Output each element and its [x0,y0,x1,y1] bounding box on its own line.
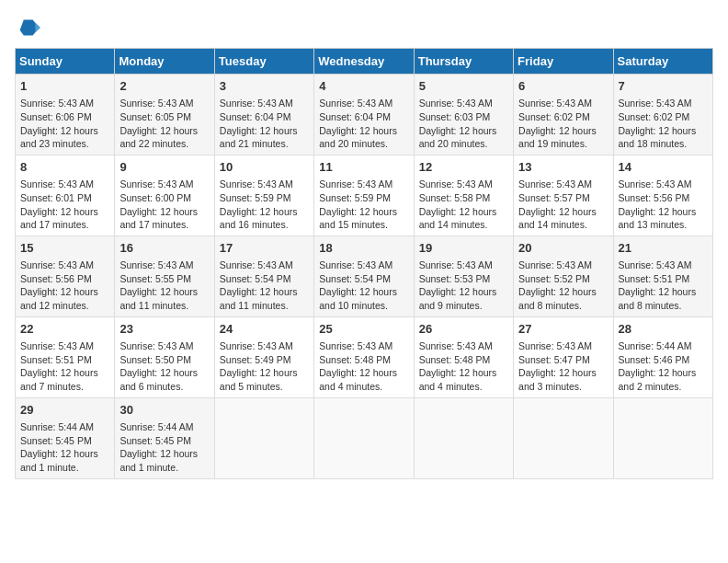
daylight: Daylight: 12 hours and 20 minutes. [319,125,397,150]
calendar-cell: 27Sunrise: 5:43 AMSunset: 5:47 PMDayligh… [514,316,613,397]
day-number: 3 [220,78,309,95]
sunrise: Sunrise: 5:43 AM [619,178,692,190]
day-number: 16 [119,240,209,257]
daylight: Daylight: 12 hours and 3 minutes. [518,367,597,392]
day-number: 7 [619,78,708,95]
sunset: Sunset: 5:59 PM [220,192,291,203]
sunset: Sunset: 5:48 PM [419,354,491,365]
calendar-cell: 2Sunrise: 5:43 AMSunset: 6:05 PMDaylight… [115,75,214,155]
daylight: Daylight: 12 hours and 1 minute. [119,448,198,473]
calendar-cell: 21Sunrise: 5:43 AMSunset: 5:51 PMDayligh… [613,236,712,316]
calendar-cell: 5Sunrise: 5:43 AMSunset: 6:03 PMDaylight… [414,75,513,155]
sunset: Sunset: 5:50 PM [119,354,191,365]
page-header [15,15,713,40]
sunrise: Sunrise: 5:43 AM [518,340,592,351]
sunset: Sunset: 5:51 PM [20,354,92,365]
day-number: 9 [119,159,209,176]
calendar-cell: 30Sunrise: 5:44 AMSunset: 5:45 PMDayligh… [115,397,214,478]
day-number: 13 [518,159,608,176]
day-number: 8 [20,159,109,176]
sunset: Sunset: 5:56 PM [619,192,690,203]
daylight: Daylight: 12 hours and 4 minutes. [419,367,497,392]
sunset: Sunset: 6:02 PM [518,111,590,122]
sunrise: Sunrise: 5:43 AM [419,178,493,190]
calendar-cell: 7Sunrise: 5:43 AMSunset: 6:02 PMDaylight… [613,75,712,155]
sunrise: Sunrise: 5:43 AM [220,178,293,190]
sunrise: Sunrise: 5:43 AM [319,259,392,270]
sunrise: Sunrise: 5:43 AM [119,259,193,270]
sunset: Sunset: 6:01 PM [20,192,92,203]
sunset: Sunset: 5:54 PM [220,273,291,284]
daylight: Daylight: 12 hours and 16 minutes. [220,206,298,231]
daylight: Daylight: 12 hours and 7 minutes. [20,367,98,392]
sunrise: Sunrise: 5:43 AM [419,340,493,351]
calendar-cell: 26Sunrise: 5:43 AMSunset: 5:48 PMDayligh… [414,316,513,397]
sunrise: Sunrise: 5:43 AM [619,98,692,109]
weekday-header-tuesday: Tuesday [214,49,313,75]
calendar-week-row: 22Sunrise: 5:43 AMSunset: 5:51 PMDayligh… [16,316,713,397]
day-number: 5 [419,78,508,95]
day-number: 19 [419,240,508,257]
weekday-header-monday: Monday [115,49,214,75]
calendar-cell [414,397,513,478]
sunset: Sunset: 5:48 PM [319,354,391,365]
sunset: Sunset: 5:58 PM [419,192,491,203]
calendar-cell: 23Sunrise: 5:43 AMSunset: 5:50 PMDayligh… [115,316,214,397]
calendar-cell: 18Sunrise: 5:43 AMSunset: 5:54 PMDayligh… [314,236,414,316]
sunrise: Sunrise: 5:43 AM [20,178,94,190]
calendar-cell: 14Sunrise: 5:43 AMSunset: 5:56 PMDayligh… [613,155,712,236]
daylight: Daylight: 12 hours and 11 minutes. [119,286,198,311]
sunset: Sunset: 5:56 PM [20,273,92,284]
sunrise: Sunrise: 5:43 AM [319,98,392,109]
sunset: Sunset: 5:57 PM [518,192,590,203]
calendar-cell: 25Sunrise: 5:43 AMSunset: 5:48 PMDayligh… [314,316,414,397]
day-number: 23 [119,321,209,338]
sunset: Sunset: 6:05 PM [119,111,191,122]
sunrise: Sunrise: 5:43 AM [518,98,592,109]
day-number: 29 [20,402,109,419]
sunrise: Sunrise: 5:43 AM [220,98,293,109]
logo-icon [15,15,40,40]
day-number: 11 [319,159,408,176]
calendar-cell [613,397,712,478]
calendar-week-row: 15Sunrise: 5:43 AMSunset: 5:56 PMDayligh… [16,236,713,316]
sunset: Sunset: 6:06 PM [20,111,92,122]
sunset: Sunset: 5:59 PM [319,192,391,203]
sunrise: Sunrise: 5:43 AM [119,340,193,351]
sunset: Sunset: 6:04 PM [220,111,291,122]
day-number: 17 [220,240,309,257]
calendar-cell: 8Sunrise: 5:43 AMSunset: 6:01 PMDaylight… [16,155,115,236]
day-number: 25 [319,321,408,338]
sunrise: Sunrise: 5:43 AM [619,259,692,270]
logo [15,15,44,40]
sunset: Sunset: 5:55 PM [119,273,191,284]
calendar-cell: 10Sunrise: 5:43 AMSunset: 5:59 PMDayligh… [214,155,313,236]
calendar-week-row: 1Sunrise: 5:43 AMSunset: 6:06 PMDaylight… [16,75,713,155]
calendar-cell: 3Sunrise: 5:43 AMSunset: 6:04 PMDaylight… [214,75,313,155]
calendar-cell: 12Sunrise: 5:43 AMSunset: 5:58 PMDayligh… [414,155,513,236]
daylight: Daylight: 12 hours and 10 minutes. [319,286,397,311]
daylight: Daylight: 12 hours and 14 minutes. [419,206,497,231]
sunset: Sunset: 5:45 PM [119,435,191,446]
sunset: Sunset: 6:00 PM [119,192,191,203]
weekday-header-wednesday: Wednesday [314,49,414,75]
sunrise: Sunrise: 5:43 AM [220,340,293,351]
daylight: Daylight: 12 hours and 12 minutes. [20,286,98,311]
calendar-week-row: 8Sunrise: 5:43 AMSunset: 6:01 PMDaylight… [16,155,713,236]
sunset: Sunset: 6:04 PM [319,111,391,122]
daylight: Daylight: 12 hours and 22 minutes. [119,125,198,150]
daylight: Daylight: 12 hours and 2 minutes. [619,367,697,392]
daylight: Daylight: 12 hours and 17 minutes. [119,206,198,231]
day-number: 18 [319,240,408,257]
sunrise: Sunrise: 5:44 AM [619,340,692,351]
sunset: Sunset: 5:45 PM [20,435,92,446]
day-number: 14 [619,159,708,176]
sunrise: Sunrise: 5:43 AM [419,98,493,109]
day-number: 10 [220,159,309,176]
sunrise: Sunrise: 5:43 AM [518,178,592,190]
daylight: Daylight: 12 hours and 20 minutes. [419,125,497,150]
daylight: Daylight: 12 hours and 15 minutes. [319,206,397,231]
sunset: Sunset: 5:52 PM [518,273,590,284]
sunrise: Sunrise: 5:44 AM [119,421,193,432]
calendar-cell: 29Sunrise: 5:44 AMSunset: 5:45 PMDayligh… [16,397,115,478]
